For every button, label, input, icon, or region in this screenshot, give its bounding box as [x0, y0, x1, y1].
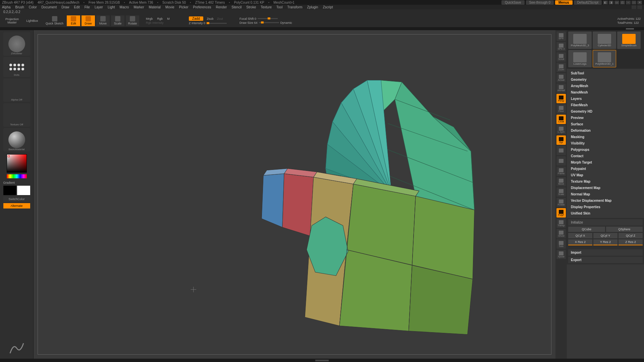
- xres-slider[interactable]: X Res 2: [568, 239, 592, 245]
- menu-item[interactable]: Stencil: [231, 5, 241, 9]
- material-slot[interactable]: BasicMaterial: [3, 128, 30, 152]
- stroke-slot[interactable]: Dots: [3, 57, 30, 77]
- default-script[interactable]: DefaultZScript: [574, 0, 602, 5]
- tool-slot[interactable]: LowerLegs: [568, 50, 592, 67]
- shelf-frame[interactable]: Frame: [556, 167, 566, 176]
- menu-item[interactable]: Alpha: [2, 5, 11, 9]
- menu-item[interactable]: Brush: [15, 5, 24, 9]
- menu-item[interactable]: Zscript: [323, 5, 333, 9]
- tool-slot[interactable]: SimpleBrush: [617, 32, 641, 49]
- palette-visibility[interactable]: Visibility: [568, 140, 643, 146]
- quick-sketch-button[interactable]: Quick Sketch: [44, 15, 65, 26]
- shelf-xpose[interactable]: Xpose: [556, 250, 566, 259]
- menu-item[interactable]: Preferences: [193, 5, 211, 9]
- shelf-aahalf[interactable]: AAHalf: [556, 83, 566, 93]
- palette-nanomesh[interactable]: NanoMesh: [568, 89, 643, 96]
- rgb-button[interactable]: Rgb: [157, 17, 163, 20]
- menu-item[interactable]: Zplugin: [307, 5, 318, 9]
- lightbox-button[interactable]: LightBox: [22, 15, 42, 26]
- menu-item[interactable]: Color: [29, 5, 37, 9]
- shelf-xyz[interactable]: Xyz: [556, 135, 566, 145]
- qcyl-y-button[interactable]: QCyl Y: [593, 233, 618, 238]
- draw-mode-button[interactable]: Draw: [82, 15, 95, 26]
- palette-texture-map[interactable]: Texture Map: [568, 178, 643, 185]
- win-btn[interactable]: ◧: [603, 1, 608, 4]
- projection-master-button[interactable]: ProjectionMaster: [3, 15, 21, 26]
- palette-geometry-hd[interactable]: Geometry HD: [568, 108, 643, 115]
- menu-item[interactable]: Document: [42, 5, 57, 9]
- import-button[interactable]: Import: [568, 249, 643, 256]
- shelf-zoom[interactable]: Zoom: [556, 63, 566, 72]
- shelf-move[interactable]: Move: [556, 177, 566, 186]
- timeline-track[interactable]: [0, 27, 644, 30]
- menu-item[interactable]: Layer: [95, 5, 103, 9]
- scale-mode-button[interactable]: Scale: [111, 15, 124, 26]
- dock-button[interactable]: [637, 5, 642, 9]
- qcyl-z-button[interactable]: QCyl Z: [619, 233, 643, 238]
- tool-slot[interactable]: PolyMesh3D_3: [568, 32, 592, 49]
- move-mode-button[interactable]: Move: [96, 15, 110, 26]
- palette-uv-map[interactable]: UV Map: [568, 172, 643, 178]
- shelf-local[interactable]: Local: [556, 115, 566, 124]
- maximize-button[interactable]: □: [632, 1, 636, 4]
- primary-color[interactable]: [17, 186, 30, 195]
- qcube-button[interactable]: QCube: [568, 227, 605, 232]
- alternate-button[interactable]: Alternate: [3, 203, 30, 208]
- palette-contact[interactable]: Contact: [568, 153, 643, 159]
- palette-displacement-map[interactable]: Displacement Map: [568, 185, 643, 191]
- palette-morph-target[interactable]: Morph Target: [568, 159, 643, 166]
- shelf-scale[interactable]: Scale: [556, 187, 566, 197]
- palette-vector-displacement-map[interactable]: Vector Displacement Map: [568, 197, 643, 204]
- close-button[interactable]: ✕: [637, 1, 642, 4]
- shelf-persp[interactable]: Persp: [556, 94, 566, 103]
- shelf-button[interactable]: [556, 146, 566, 155]
- zres-slider[interactable]: Z Res 2: [619, 239, 643, 245]
- alpha-slot[interactable]: Alpha Off: [3, 78, 30, 102]
- zcut-button[interactable]: Zcut: [217, 17, 223, 20]
- win-btn[interactable]: ▭: [614, 1, 619, 4]
- shelf-rotate[interactable]: Rotate: [556, 198, 566, 207]
- draw-size-slider[interactable]: Draw Size 64: [239, 21, 258, 24]
- palette-subtool[interactable]: SubTool: [568, 70, 643, 76]
- tool-slot[interactable]: PolyMesh3D_1: [593, 50, 616, 67]
- menu-item[interactable]: Macro: [120, 5, 129, 9]
- menus-toggle[interactable]: Menus: [555, 0, 573, 5]
- dock-button[interactable]: [632, 5, 636, 9]
- menu-item[interactable]: Texture: [261, 5, 272, 9]
- menu-item[interactable]: Tool: [276, 5, 282, 9]
- menu-item[interactable]: Material: [149, 5, 161, 9]
- secondary-color[interactable]: [3, 186, 16, 195]
- palette-arraymesh[interactable]: ArrayMesh: [568, 83, 643, 89]
- shelf-ghost[interactable]: Ghost: [556, 229, 566, 238]
- palette-display-properties[interactable]: Display Properties: [568, 204, 643, 210]
- yres-slider[interactable]: Y Res 2: [593, 239, 618, 245]
- shelf-bpr[interactable]: BPR: [556, 32, 566, 41]
- win-btn[interactable]: ◨: [609, 1, 613, 4]
- switch-color-button[interactable]: SwitchColor: [3, 196, 30, 202]
- tool-slot[interactable]: Cylinder3D: [593, 32, 616, 49]
- color-picker[interactable]: [3, 153, 30, 180]
- palette-masking[interactable]: Masking: [568, 134, 643, 140]
- shelf-l.sym[interactable]: L.Sym: [556, 125, 566, 134]
- menu-item[interactable]: Draw: [61, 5, 69, 9]
- seethrough-slider[interactable]: See-through 0: [526, 0, 554, 5]
- shelf-scroll[interactable]: Scroll: [556, 52, 566, 62]
- zadd-button[interactable]: Zadd: [189, 16, 203, 21]
- rgb-intensity-slider[interactable]: Rgb Intensity: [146, 21, 164, 24]
- palette-layers[interactable]: Layers: [568, 96, 643, 102]
- brush-slot[interactable]: ZModeler: [3, 32, 30, 56]
- palette-preview[interactable]: Preview: [568, 115, 643, 121]
- menu-item[interactable]: Transform: [287, 5, 302, 9]
- texture-slot[interactable]: Texture Off: [3, 103, 30, 127]
- rotate-mode-button[interactable]: Rotate: [126, 15, 139, 26]
- palette-fibermesh[interactable]: FiberMesh: [568, 102, 643, 108]
- m-button[interactable]: M: [167, 17, 170, 20]
- shelf-spix-3[interactable]: SPix 3: [556, 42, 566, 51]
- minimize-button[interactable]: −: [626, 1, 631, 4]
- qsphere-button[interactable]: QSphere: [606, 227, 643, 232]
- quicksave-button[interactable]: QuickSave: [501, 0, 524, 5]
- menu-item[interactable]: Stroke: [246, 5, 256, 9]
- menu-item[interactable]: Render: [216, 5, 227, 9]
- menu-item[interactable]: Marker: [133, 5, 144, 9]
- menu-item[interactable]: Movie: [165, 5, 174, 9]
